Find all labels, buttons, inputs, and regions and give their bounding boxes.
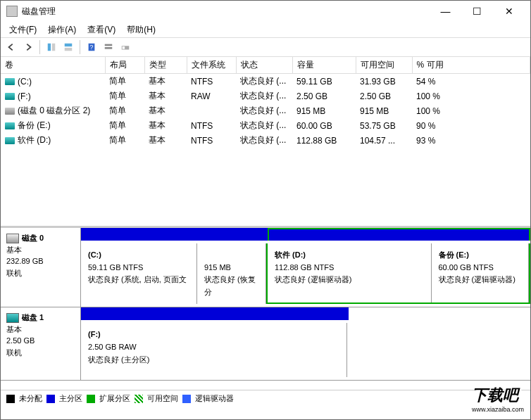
disk-header: 磁盘 0 基本 232.89 GB 联机 [1,228,81,307]
volume-icon [5,122,15,129]
cell-free: 53.75 GB [356,118,412,133]
partition-c[interactable]: (C:) 59.11 GB NTFS 状态良好 (系统, 启动, 页面文 [81,243,197,304]
svg-rect-3 [65,48,73,51]
cell-layout: 简单 [105,103,144,118]
cell-free: 2.50 GB [356,89,412,103]
cell-status: 状态良好 (... [236,103,292,118]
cell-fs: NTFS [187,118,236,133]
legend-swatch-logical [182,395,191,403]
disk-body: (F:) 2.50 GB RAW 状态良好 (主分区) [81,307,530,380]
view-button-2[interactable] [61,39,76,55]
col-free[interactable]: 可用空间 [356,57,412,74]
cell-volume: (F:) [1,89,105,103]
close-button[interactable]: ✕ [493,1,525,22]
disk-graphical-pane[interactable]: 磁盘 0 基本 232.89 GB 联机 (C:) 59.11 GB NTFS … [1,228,530,390]
cell-free: 915 MB [356,103,412,118]
cell-volume: 备份 (E:) [1,118,105,133]
cell-free: 31.93 GB [356,74,412,89]
extended-partition: 软件 (D:) 112.88 GB NTFS 状态良好 (逻辑驱动器) 备份 (… [266,243,530,304]
partition-f[interactable]: (F:) 2.50 GB RAW 状态良好 (主分区) [81,323,347,377]
col-fs[interactable]: 文件系统 [187,57,236,74]
cell-layout: 简单 [105,74,144,89]
disk-icon [6,313,19,323]
title-bar: 磁盘管理 — ☐ ✕ [1,1,530,22]
volume-table[interactable]: 卷 布局 类型 文件系统 状态 容量 可用空间 % 可用 (C:)简单基本NTF… [1,57,530,148]
settings-button[interactable] [101,39,116,55]
volume-icon [5,78,15,85]
col-pct[interactable]: % 可用 [412,57,530,74]
cell-pct: 100 % [412,103,530,118]
cell-type: 基本 [144,118,187,133]
disk-icon [6,234,19,243]
volume-icon [5,137,15,144]
cell-fs: NTFS [187,133,236,148]
svg-rect-9 [123,46,125,49]
volume-icon [5,108,15,115]
cell-pct: 90 % [412,118,530,133]
partition-recovery[interactable]: 915 MB 状态良好 (恢复分 [197,243,266,304]
part-size: 112.88 GB NTFS [275,263,334,272]
table-row[interactable]: (F:)简单基本RAW状态良好 (...2.50 GB2.50 GB100 % [1,89,530,103]
menu-file[interactable]: 文件(F) [4,23,42,37]
disk-row-1[interactable]: 磁盘 1 基本 2.50 GB 联机 (F:) 2.50 GB RAW 状态良好… [1,307,530,381]
minimize-button[interactable]: — [430,1,461,22]
legend-logical: 逻辑驱动器 [195,393,234,404]
table-header-row: 卷 布局 类型 文件系统 状态 容量 可用空间 % 可用 [1,57,530,74]
help-button[interactable]: ? [84,39,99,55]
disk-type: 基本 [6,246,22,254]
svg-text:?: ? [90,44,94,51]
col-capacity[interactable]: 容量 [292,57,356,74]
col-volume[interactable]: 卷 [1,57,105,74]
part-title: 备份 (E:) [439,250,469,259]
part-size: 59.11 GB NTFS [88,263,143,272]
col-type[interactable]: 类型 [144,57,187,74]
part-size: 2.50 GB RAW [88,343,137,351]
menu-operate[interactable]: 操作(A) [42,23,82,37]
cell-status: 状态良好 (... [236,74,292,89]
legend-primary: 主分区 [59,393,82,404]
part-title: (C:) [88,250,101,259]
legend-unalloc: 未分配 [19,393,42,404]
cell-layout: 简单 [105,89,144,103]
cell-pct: 54 % [412,74,530,89]
strip-primary [81,228,268,241]
maximize-button[interactable]: ☐ [461,1,493,22]
part-size: 915 MB [204,263,231,272]
cell-fs [187,103,236,118]
cell-status: 状态良好 (... [236,89,292,103]
legend-free: 可用空间 [147,393,178,404]
menu-help[interactable]: 帮助(H) [121,23,161,37]
cell-status: 状态良好 (... [236,133,292,148]
legend-swatch-free [135,395,143,403]
legend-bar: 未分配 主分区 扩展分区 可用空间 逻辑驱动器 [1,390,530,407]
cell-volume: (C:) [1,74,105,89]
strip-extended [268,228,530,241]
cell-type: 基本 [144,74,187,89]
disk-name: 磁盘 0 [22,234,44,242]
partition-d[interactable]: 软件 (D:) 112.88 GB NTFS 状态良好 (逻辑驱动器) [268,243,432,303]
disk-status: 联机 [6,348,22,357]
table-row[interactable]: 备份 (E:)简单基本NTFS状态良好 (...60.00 GB53.75 GB… [1,118,530,133]
table-row[interactable]: (磁盘 0 磁盘分区 2)简单基本状态良好 (...915 MB915 MB10… [1,103,530,118]
legend-swatch-extended [87,395,95,403]
cell-pct: 100 % [412,89,530,103]
partition-e[interactable]: 备份 (E:) 60.00 GB NTFS 状态良好 (逻辑驱动器) [432,243,530,303]
table-row[interactable]: 软件 (D:)简单基本NTFS状态良好 (...112.88 GB104.57 … [1,133,530,148]
volume-list-pane[interactable]: 卷 布局 类型 文件系统 状态 容量 可用空间 % 可用 (C:)简单基本NTF… [1,57,530,228]
cell-volume: (磁盘 0 磁盘分区 2) [1,103,105,118]
table-row[interactable]: (C:)简单基本NTFS状态良好 (...59.11 GB31.93 GB54 … [1,74,530,89]
col-layout[interactable]: 布局 [105,57,144,74]
cell-volume: 软件 (D:) [1,133,105,148]
col-status[interactable]: 状态 [236,57,292,74]
disk-row-0[interactable]: 磁盘 0 基本 232.89 GB 联机 (C:) 59.11 GB NTFS … [1,228,530,307]
menu-view[interactable]: 查看(V) [82,23,121,37]
refresh-button[interactable] [118,39,133,55]
back-button[interactable] [4,39,19,55]
view-button-1[interactable] [44,39,59,55]
app-icon [6,6,18,17]
forward-button[interactable] [20,39,36,55]
cell-type: 基本 [144,103,187,118]
cell-fs: NTFS [187,74,236,89]
part-status: 状态良好 (逻辑驱动器) [275,275,351,284]
cell-capacity: 59.11 GB [292,74,356,89]
